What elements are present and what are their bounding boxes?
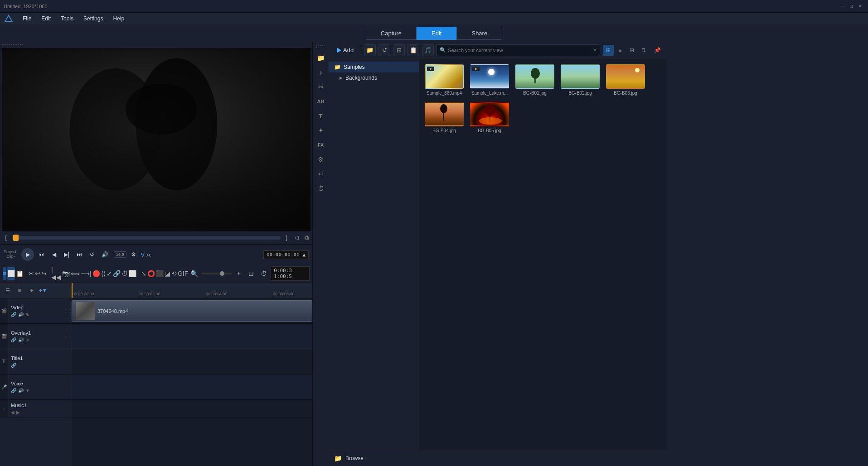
media-item-2[interactable]: BG-B01.jpg [515, 64, 554, 96]
browse-button[interactable]: 📁 Browse [329, 450, 666, 466]
search-box[interactable]: 🔍 ✕ [436, 44, 600, 56]
zoom-out-button[interactable]: 🔍 [189, 267, 199, 280]
track-overlay-drag[interactable]: ⋮⋮ [65, 324, 71, 349]
track-overlay-audio-icon[interactable]: 🔊 [18, 337, 24, 342]
loop-button[interactable]: ↺ [87, 249, 97, 260]
track-audio-icon[interactable]: 🔊 [18, 312, 24, 317]
goto-start-button[interactable]: |◀◀ [51, 267, 61, 280]
prev-button[interactable]: ⏮ [36, 249, 47, 260]
add-track-button[interactable]: +▼ [38, 285, 48, 295]
folder-button[interactable]: 📁 [364, 44, 376, 56]
clock-button[interactable]: ⏱ [258, 267, 269, 280]
media-item-0[interactable]: ▶ Sample_360.mp4 [425, 64, 464, 96]
track-link-icon[interactable]: 🔗 [11, 312, 16, 317]
fit-button[interactable]: ⊡ [246, 267, 257, 280]
tracks-view-button[interactable]: ☰ [3, 285, 13, 295]
side-icon-effects[interactable]: ✦ [315, 124, 327, 137]
side-icon-audio[interactable]: ♪ [315, 66, 327, 79]
refresh-button[interactable]: ↺ [378, 44, 390, 56]
tab-capture[interactable]: Capture [366, 27, 417, 40]
panel-drag-handle[interactable] [0, 42, 312, 48]
view-large-grid[interactable]: ⊞ [603, 45, 614, 56]
split-button[interactable]: ⟶| [81, 267, 92, 280]
timeline-storyboard-button[interactable]: ⬜ [7, 267, 15, 280]
mark-clip-button[interactable]: ◁ [292, 234, 301, 242]
mark-v-button[interactable]: V [141, 251, 145, 258]
add-button[interactable]: Add [332, 45, 358, 55]
side-icon-undo[interactable]: ↩ [315, 168, 327, 180]
duration-button[interactable]: ⏱ [121, 267, 128, 280]
swap-button[interactable]: ⤢ [107, 267, 112, 280]
side-icon-media[interactable]: 📁 [315, 52, 327, 64]
menu-help[interactable]: Help [108, 14, 129, 23]
gif-button[interactable]: GIF [178, 267, 188, 280]
minimize-button[interactable]: ─ [838, 2, 846, 10]
cut-button[interactable]: ✂ [29, 267, 34, 280]
view-list[interactable]: ≡ [615, 45, 626, 56]
copy-clip-button[interactable]: 📋 [16, 267, 24, 280]
stabilize-button[interactable]: ⭕ [147, 267, 155, 280]
maximize-button[interactable]: □ [847, 2, 855, 10]
side-icon-fx[interactable]: FX [315, 139, 327, 151]
media-item-3[interactable]: BG-B02.jpg [561, 64, 600, 96]
track-video-drag[interactable]: ⋮⋮ [65, 298, 71, 323]
video-clip[interactable]: 3704248.mp4 [72, 300, 312, 322]
track-overlay-link-icon[interactable]: 🔗 [11, 337, 16, 342]
track-music-next[interactable]: ▶ [16, 410, 20, 415]
trim-button[interactable]: ⟺ [71, 267, 80, 280]
step-forward-button[interactable]: ▶| [61, 249, 72, 260]
track-music-prev[interactable]: ◀ [11, 410, 15, 415]
right-panel-drag-handle[interactable] [313, 43, 329, 50]
pin-button[interactable]: 📌 [652, 45, 663, 56]
volume-button[interactable]: 🔊 [99, 249, 110, 260]
search-input[interactable] [448, 48, 591, 53]
zoom-thumb[interactable] [220, 271, 224, 276]
menu-file[interactable]: File [18, 14, 36, 23]
close-button[interactable]: ✕ [856, 2, 864, 10]
track-title-link-icon[interactable]: 🔗 [11, 363, 16, 368]
copy-button[interactable]: ⧉ [302, 234, 310, 242]
play-button[interactable]: ▶ [21, 248, 34, 261]
side-icon-timer[interactable]: ⏱ [315, 182, 327, 195]
view-list-button[interactable]: 📋 [407, 44, 419, 56]
tree-item-samples[interactable]: 📁 Samples [329, 62, 419, 72]
side-icon-transitions[interactable]: ✂ [315, 81, 327, 93]
link-button[interactable]: 🔗 [113, 267, 121, 280]
view-detail[interactable]: ⊟ [626, 45, 637, 56]
zoom-in-button[interactable]: + [233, 267, 244, 280]
motion-button[interactable]: ⤡ [141, 267, 146, 280]
track-settings-icon[interactable]: ⊕ [25, 312, 29, 317]
mark-a-button[interactable]: A [146, 251, 150, 258]
settings-button[interactable]: ⚙ [128, 249, 139, 260]
view-sort[interactable]: ⇅ [638, 45, 649, 56]
media-item-1[interactable]: ▶ Sample_Lake.m... [470, 64, 509, 96]
tracks-grid-button[interactable]: ⊞ [26, 285, 36, 295]
red-button[interactable]: 🔴 [92, 267, 100, 280]
timeline-view-button[interactable]: ≡ [3, 267, 6, 280]
side-icon-titles[interactable]: T [315, 110, 327, 122]
track-voice-link-icon[interactable]: 🔗 [11, 388, 16, 393]
tab-share[interactable]: Share [456, 27, 502, 40]
redo-button[interactable]: ↪ [41, 267, 47, 280]
next-button[interactable]: ⏭ [74, 249, 85, 260]
menu-tools[interactable]: Tools [56, 14, 78, 23]
tracks-list-button[interactable]: ≡ [15, 285, 24, 295]
media-item-4[interactable]: BG-B03.jpg [606, 64, 645, 96]
media-item-5[interactable]: BG-B04.jpg [425, 102, 464, 133]
track-voice-expand-icon[interactable]: ▼ [25, 388, 30, 393]
scrubber-thumb[interactable] [13, 235, 19, 241]
photo-button[interactable]: 📷 [62, 267, 70, 280]
scrubber-track[interactable] [12, 236, 281, 240]
join-button[interactable]: ⟨⟩ [101, 267, 106, 280]
playhead[interactable] [72, 283, 73, 298]
sort-button[interactable]: 🎵 [422, 44, 434, 56]
mark-out-button[interactable]: ] [282, 234, 291, 242]
view-grid-button[interactable]: ⊞ [393, 44, 405, 56]
undo-button[interactable]: ↩ [35, 267, 40, 280]
enhance-button[interactable]: ◪ [165, 267, 170, 280]
zoom-slider[interactable] [202, 273, 232, 274]
tree-item-backgrounds[interactable]: ▶ Backgrounds [329, 72, 419, 83]
tab-edit[interactable]: Edit [417, 27, 456, 40]
track-voice-audio-icon[interactable]: 🔊 [18, 388, 24, 393]
side-icon-text[interactable]: AB [315, 95, 327, 108]
